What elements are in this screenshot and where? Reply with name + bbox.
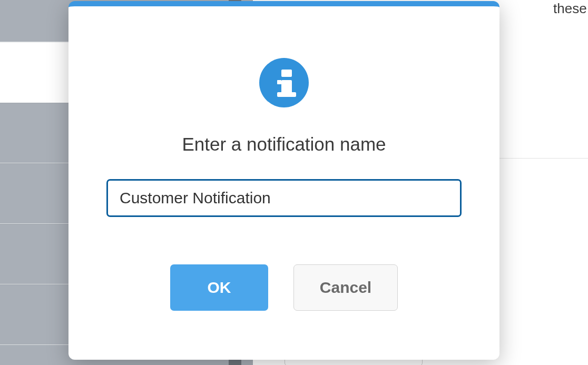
info-icon xyxy=(259,58,309,107)
cancel-button[interactable]: Cancel xyxy=(293,264,398,311)
notification-name-input[interactable] xyxy=(106,179,462,217)
dialog-button-row: OK Cancel xyxy=(170,264,398,311)
background-text: these emails include entry details. For xyxy=(553,0,588,20)
notification-name-dialog: Enter a notification name OK Cancel xyxy=(68,1,499,360)
dialog-title: Enter a notification name xyxy=(182,134,386,155)
ok-button[interactable]: OK xyxy=(170,264,268,311)
